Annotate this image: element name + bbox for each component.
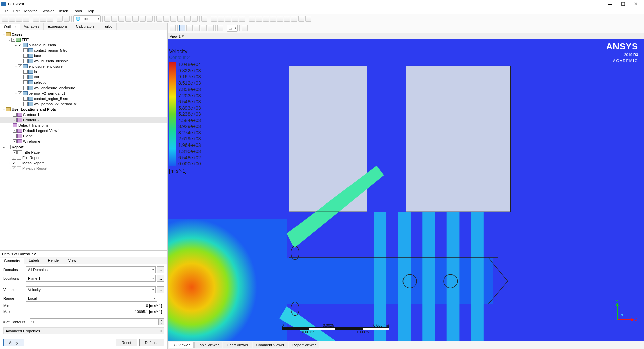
tool-contour-icon[interactable] — [111, 16, 117, 22]
checkbox[interactable] — [13, 113, 17, 117]
contours-input[interactable] — [30, 318, 159, 325]
checkbox[interactable] — [11, 38, 15, 42]
footer-tab-3d[interactable]: 3D Viewer — [169, 342, 194, 348]
tree-contour1[interactable]: Contour 1 — [0, 112, 167, 117]
vt-zoom-icon[interactable] — [194, 25, 200, 31]
tree-item[interactable]: wall pernoa_v2_pernoa_v1 — [0, 101, 167, 107]
tool-open-icon[interactable] — [2, 16, 8, 22]
tree-userloc[interactable]: ⌄User Locations and Plots — [0, 107, 167, 112]
maximize-button[interactable]: ☐ — [619, 1, 627, 7]
checkbox[interactable] — [23, 97, 28, 101]
vt-zoombox-icon[interactable] — [201, 25, 207, 31]
outline-tree[interactable]: ⌄Cases ⌄FFF ⌄bussola_bussola contact_reg… — [0, 30, 167, 250]
tool-redo-icon[interactable] — [64, 16, 70, 22]
domains-more-button[interactable]: … — [157, 266, 164, 273]
checkbox[interactable] — [12, 166, 16, 170]
menu-help[interactable]: Help — [87, 9, 94, 13]
close-button[interactable]: ✕ — [631, 1, 640, 7]
tab-geometry[interactable]: Geometry — [0, 258, 24, 264]
menu-tools[interactable]: Tools — [73, 9, 82, 13]
vt-fit-icon[interactable] — [208, 25, 214, 31]
tree-cases[interactable]: ⌄Cases — [0, 32, 167, 37]
locations-more-button[interactable]: … — [157, 275, 164, 282]
tool-clip-icon[interactable] — [192, 16, 198, 22]
tab-view[interactable]: View — [64, 257, 81, 264]
viewport-3d[interactable]: Velocity Contour 2 1.048e+049.822e+039.1… — [168, 39, 644, 341]
tool-timer-icon[interactable] — [249, 16, 255, 22]
tool-iso-icon[interactable] — [140, 16, 146, 22]
menu-insert[interactable]: Insert — [59, 9, 69, 13]
tree-enclosure[interactable]: ⌄enclosure_enclosure — [0, 64, 167, 69]
vt-pan-icon[interactable] — [186, 25, 193, 31]
tree-default-legend[interactable]: Default Legend View 1 — [0, 128, 167, 133]
tool-clock-icon[interactable] — [47, 16, 53, 22]
tree-item[interactable]: selection — [0, 80, 167, 85]
checkbox[interactable] — [23, 59, 28, 63]
tool-compare-icon[interactable] — [277, 16, 283, 22]
checkbox[interactable] — [13, 129, 17, 133]
vt-view-dropdown[interactable]: ▭ — [227, 25, 238, 32]
tree-bussola[interactable]: ⌄bussola_bussola — [0, 42, 167, 48]
checkbox[interactable] — [18, 91, 22, 95]
checkbox[interactable] — [13, 150, 17, 154]
tree-item[interactable]: out — [0, 74, 167, 80]
tool-chart-icon[interactable] — [163, 16, 169, 22]
footer-tab-comment[interactable]: Comment Viewer — [253, 342, 288, 348]
tool-fx-icon[interactable] — [201, 16, 207, 22]
tool-figures-icon[interactable] — [184, 16, 191, 22]
tab-outline[interactable]: Outline — [0, 24, 20, 30]
tab-labels[interactable]: Labels — [24, 257, 44, 264]
tool-calc-icon[interactable] — [232, 16, 238, 22]
checkbox[interactable] — [23, 70, 28, 74]
tool-comment-icon[interactable] — [177, 16, 183, 22]
checkbox[interactable] — [23, 75, 28, 79]
tool-variable-icon[interactable] — [211, 16, 217, 22]
tree-wireframe[interactable]: Wireframe — [0, 139, 167, 144]
view-tab-1[interactable]: View 1 ▾ — [170, 34, 184, 38]
tab-expressions[interactable]: Expressions — [44, 23, 72, 30]
variable-more-button[interactable]: … — [157, 286, 164, 293]
tab-render[interactable]: Render — [44, 257, 64, 264]
menu-session[interactable]: Session — [41, 9, 54, 13]
tool-reload-icon[interactable] — [23, 16, 29, 22]
tree-report-item[interactable]: ›File Report — [0, 155, 167, 160]
tool-timestep-icon[interactable] — [256, 16, 262, 22]
checkbox[interactable] — [18, 64, 22, 68]
tool-stop-icon[interactable] — [298, 16, 304, 22]
locations-select[interactable]: Plane 1 — [26, 275, 156, 282]
tool-vector-icon[interactable] — [104, 16, 110, 22]
menu-edit[interactable]: Edit — [13, 9, 20, 13]
checkbox[interactable] — [13, 139, 17, 143]
checkbox[interactable] — [23, 54, 28, 58]
minimize-button[interactable]: — — [606, 1, 614, 7]
checkbox[interactable] — [23, 86, 28, 90]
tool-text-icon[interactable] — [147, 16, 153, 22]
tool-streamline-icon[interactable] — [118, 16, 124, 22]
tool-save-icon[interactable] — [9, 16, 15, 22]
menu-monitor[interactable]: Monitor — [24, 9, 37, 13]
tool-edit-icon[interactable] — [270, 16, 276, 22]
tool-snap-icon[interactable] — [33, 16, 39, 22]
reset-button[interactable]: Reset — [116, 339, 137, 346]
checkbox[interactable] — [13, 134, 17, 138]
footer-tab-report[interactable]: Report Viewer — [289, 342, 320, 348]
tree-report-item[interactable]: Title Page — [0, 150, 167, 155]
vt-probe-icon[interactable] — [241, 25, 248, 31]
footer-tab-chart[interactable]: Chart Viewer — [223, 342, 252, 348]
tool-expr-icon[interactable] — [218, 16, 224, 22]
checkbox[interactable] — [23, 80, 28, 84]
domains-select[interactable]: All Domains — [26, 266, 156, 273]
tree-item[interactable]: contact_region_5 src — [0, 96, 167, 101]
tab-turbo[interactable]: Turbo — [99, 23, 117, 30]
checkbox[interactable] — [18, 43, 22, 47]
checkbox[interactable] — [13, 118, 17, 122]
checkbox[interactable] — [12, 156, 16, 160]
menu-file[interactable]: File — [3, 9, 9, 13]
tree-item[interactable]: in — [0, 69, 167, 74]
tool-probe-icon[interactable] — [263, 16, 269, 22]
tool-macro-icon[interactable] — [225, 16, 231, 22]
range-select[interactable]: Local — [26, 295, 157, 302]
tree-item[interactable]: wall enclosure_enclosure — [0, 85, 167, 91]
checkbox[interactable] — [23, 48, 28, 52]
variable-select[interactable]: Velocity — [26, 286, 156, 293]
